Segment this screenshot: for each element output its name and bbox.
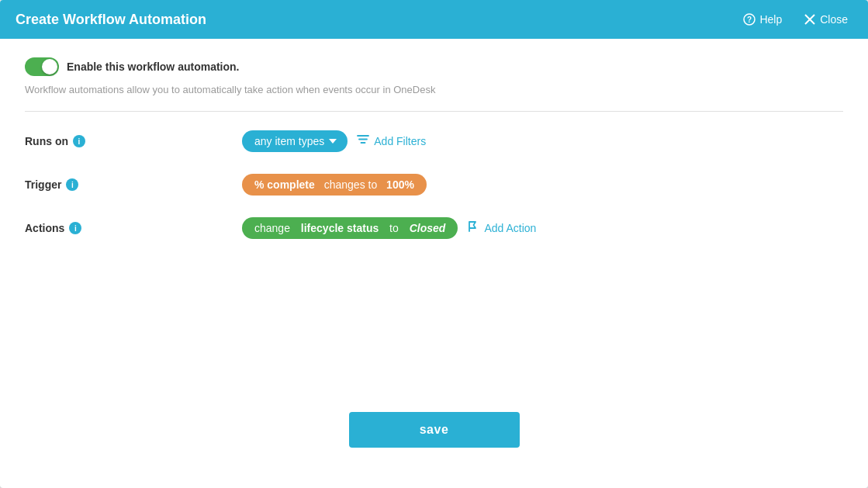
toggle-thumb: [42, 59, 57, 74]
close-button[interactable]: Close: [799, 10, 852, 29]
trigger-row: Trigger i % complete changes to 100%: [25, 174, 843, 196]
toggle-row: Enable this workflow automation.: [25, 57, 843, 76]
help-icon: ?: [743, 13, 756, 26]
actions-label: Actions: [25, 222, 64, 234]
enable-toggle[interactable]: [25, 57, 59, 76]
action-to-word: to: [389, 222, 399, 234]
save-button[interactable]: save: [349, 412, 520, 448]
modal-header: Create Workflow Automation ? Help: [0, 0, 868, 39]
add-action-label: Add Action: [484, 222, 536, 234]
add-filters-label: Add Filters: [374, 135, 426, 147]
close-icon: [804, 13, 816, 26]
trigger-label: Trigger: [25, 178, 61, 191]
modal-create-workflow: Create Workflow Automation ? Help: [0, 0, 868, 488]
trigger-badge[interactable]: % complete changes to 100%: [242, 174, 427, 196]
action-badge[interactable]: change lifecycle status to Closed: [242, 217, 458, 239]
close-label: Close: [820, 13, 848, 26]
divider: [25, 111, 843, 112]
help-button[interactable]: ? Help: [738, 10, 787, 29]
trigger-info-icon[interactable]: i: [66, 178, 78, 191]
filter-icon: [357, 133, 369, 149]
actions-label-group: Actions i: [25, 222, 118, 234]
save-area: save: [25, 239, 843, 469]
modal-body: Enable this workflow automation. Workflo…: [0, 39, 868, 488]
actions-controls: change lifecycle status to Closed: [242, 217, 843, 239]
help-label: Help: [759, 13, 782, 26]
add-filters-button[interactable]: Add Filters: [357, 133, 426, 149]
add-action-button[interactable]: Add Action: [467, 220, 536, 236]
trigger-label-group: Trigger i: [25, 178, 118, 191]
actions-info-icon[interactable]: i: [69, 222, 81, 234]
runs-on-label-group: Runs on i: [25, 135, 118, 147]
header-actions: ? Help Close: [738, 10, 852, 29]
action-key-word: lifecycle status: [301, 222, 379, 234]
runs-on-label: Runs on: [25, 135, 68, 147]
trigger-controls: % complete changes to 100%: [242, 174, 843, 196]
runs-on-info-icon[interactable]: i: [73, 135, 85, 147]
flag-icon: [467, 220, 479, 236]
runs-on-dropdown-text: any item types: [254, 135, 324, 147]
modal-title: Create Workflow Automation: [16, 12, 206, 28]
action-value-word: Closed: [410, 222, 446, 234]
toggle-label: Enable this workflow automation.: [67, 61, 239, 73]
description-text: Workflow automations allow you to automa…: [25, 84, 843, 95]
actions-row: Actions i change lifecycle status to Clo…: [25, 217, 843, 239]
runs-on-dropdown[interactable]: any item types: [242, 130, 348, 152]
runs-on-controls: any item types Add Filters: [242, 130, 843, 152]
action-change-word: change: [254, 222, 290, 234]
runs-on-row: Runs on i any item types Add: [25, 130, 843, 152]
svg-text:?: ?: [747, 16, 752, 24]
form-rows: Runs on i any item types Add: [25, 130, 843, 239]
chevron-down-icon: [329, 139, 337, 144]
